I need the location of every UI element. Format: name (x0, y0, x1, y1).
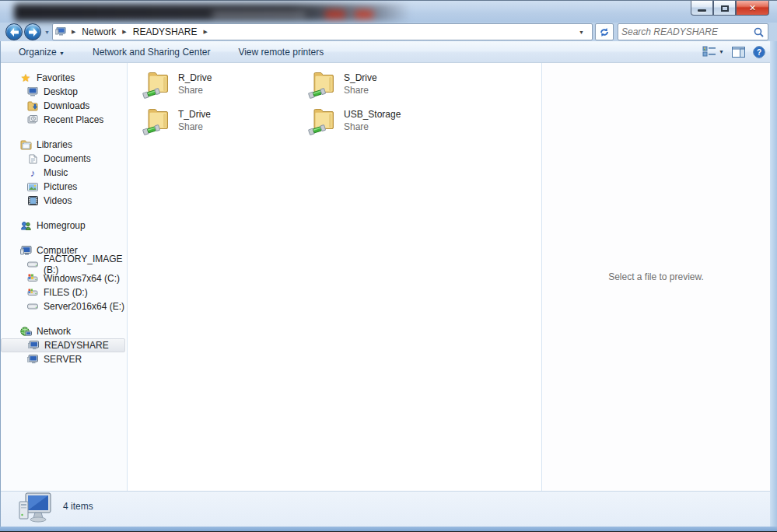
search-input[interactable] (618, 26, 752, 37)
downloads-icon (26, 100, 39, 112)
sidebar-item-homegroup[interactable]: Homegroup (1, 219, 127, 233)
sidebar-label: SERVER (44, 354, 82, 365)
sidebar-item-drive-c[interactable]: Windows7x64 (C:) (1, 271, 127, 285)
maximize-icon (721, 5, 729, 12)
main-area: ★ Favorites Desktop Downloads (1, 63, 770, 491)
preview-empty-message: Select a file to preview. (608, 271, 704, 282)
network-computer-icon (27, 339, 40, 352)
preview-pane-toggle[interactable] (732, 47, 745, 58)
view-remote-printers-button[interactable]: View remote printers (229, 43, 332, 61)
breadcrumb-readyshare[interactable]: READYSHARE (131, 26, 199, 38)
sidebar-label: READYSHARE (44, 340, 109, 351)
help-button[interactable]: ? (753, 46, 765, 58)
sidebar-label: Windows7x64 (C:) (44, 273, 120, 284)
sidebar-label: FACTORY_IMAGE (B:) (44, 254, 127, 275)
navigation-pane: ★ Favorites Desktop Downloads (1, 63, 128, 491)
computer-icon (19, 244, 32, 257)
star-icon: ★ (19, 72, 32, 84)
window-frame-bottom (0, 527, 777, 532)
item-count: 4 items (63, 501, 93, 512)
recent-places-icon (26, 114, 39, 126)
sidebar-item-music[interactable]: ♪ Music (1, 166, 127, 180)
shared-folder-icon (142, 68, 173, 99)
pictures-icon (26, 180, 39, 193)
details-pane: 4 items (1, 491, 770, 527)
file-detail: Share (178, 85, 212, 96)
minimize-icon (698, 9, 706, 12)
computer-section: Computer FACTORY_IMAGE (B:) Windows7x64 … (1, 243, 127, 313)
network-section: Network READYSHARE SERVER (1, 324, 127, 366)
maximize-button[interactable] (713, 1, 736, 16)
sidebar-item-network[interactable]: Network (1, 324, 127, 338)
sidebar-item-pictures[interactable]: Pictures (1, 180, 127, 194)
sidebar-label: Homegroup (37, 220, 86, 231)
network-sharing-center-button[interactable]: Network and Sharing Center (84, 43, 219, 61)
back-button[interactable] (5, 23, 23, 40)
sidebar-label: Network (37, 326, 71, 337)
close-button[interactable]: ✕ (736, 1, 769, 16)
redacted-title-blur (14, 4, 411, 21)
file-tile-t-drive[interactable]: T_Drive Share (142, 104, 308, 141)
sidebar-item-favorites[interactable]: ★ Favorites (1, 71, 127, 85)
views-icon (702, 46, 716, 58)
title-bar[interactable]: ✕ (0, 1, 777, 23)
file-name: T_Drive (178, 109, 211, 120)
refresh-icon (599, 27, 610, 37)
music-icon: ♪ (26, 166, 39, 179)
organize-button[interactable]: Organize ▼ (10, 43, 73, 61)
file-tile-r-drive[interactable]: R_Drive Share (142, 68, 308, 104)
sidebar-item-drive-e[interactable]: Server2016x64 (E:) (1, 299, 127, 313)
sidebar-item-downloads[interactable]: Downloads (1, 99, 127, 113)
breadcrumb-network[interactable]: Network (80, 26, 117, 38)
file-name: S_Drive (344, 72, 377, 83)
sidebar-item-videos[interactable]: Videos (1, 194, 127, 208)
refresh-button[interactable] (595, 23, 614, 40)
sidebar-item-recent-places[interactable]: Recent Places (1, 113, 127, 127)
sidebar-item-drive-d[interactable]: FILES (D:) (1, 285, 127, 299)
window-frame-left (0, 41, 1, 527)
shared-folder-icon (308, 68, 339, 99)
sidebar-item-libraries[interactable]: Libraries (1, 138, 127, 152)
file-list[interactable]: R_Drive Share (128, 63, 542, 491)
redacted-blob (212, 12, 306, 18)
sidebar-item-server[interactable]: SERVER (1, 352, 127, 366)
address-dropdown-arrow[interactable]: ▼ (572, 30, 590, 35)
sidebar-item-documents[interactable]: Documents (1, 152, 127, 166)
breadcrumb-chevron-icon[interactable]: ▶ (117, 29, 131, 35)
window-frame-right (770, 41, 777, 527)
recent-pages-dropdown[interactable]: ▼ (44, 30, 50, 35)
file-name: R_Drive (178, 72, 212, 83)
sidebar-item-desktop[interactable]: Desktop (1, 85, 127, 99)
sidebar-label: Server2016x64 (E:) (44, 301, 124, 312)
favorites-section: ★ Favorites Desktop Downloads (1, 71, 127, 127)
forward-button[interactable] (24, 23, 41, 40)
file-detail: Share (344, 85, 377, 96)
sidebar-label: Favorites (37, 72, 75, 83)
breadcrumb: ▶ Network ▶ READYSHARE ▶ (67, 26, 572, 38)
system-drive-icon (26, 272, 39, 285)
shared-folder-icon (308, 104, 339, 135)
search-icon[interactable] (752, 26, 765, 38)
network-location-icon (54, 26, 67, 38)
minimize-button[interactable] (691, 1, 713, 16)
change-view-button[interactable]: ▼ (702, 46, 724, 58)
desktop-icon (26, 86, 39, 98)
sidebar-label: Videos (44, 195, 72, 206)
libraries-section: Libraries Documents ♪ Music Pictures (1, 138, 127, 208)
sidebar-label: FILES (D:) (44, 287, 88, 298)
breadcrumb-chevron-icon[interactable]: ▶ (67, 29, 80, 35)
file-tile-usb-storage[interactable]: USB_Storage Share (308, 104, 474, 141)
redacted-blob (355, 10, 373, 19)
address-row: ▼ ▶ Network ▶ READYSHARE ▶ ▼ (0, 23, 777, 41)
system-drive-icon (26, 286, 39, 299)
file-tile-s-drive[interactable]: S_Drive Share (308, 68, 474, 104)
sidebar-label: Music (44, 167, 68, 178)
sidebar-label: Documents (44, 153, 91, 164)
sidebar-label: Desktop (44, 86, 78, 97)
breadcrumb-chevron-icon[interactable]: ▶ (198, 29, 212, 35)
address-bar[interactable]: ▶ Network ▶ READYSHARE ▶ ▼ (52, 23, 593, 40)
forward-arrow-icon (28, 28, 38, 37)
drive-icon (26, 258, 39, 271)
sidebar-item-readyshare[interactable]: READYSHARE (1, 338, 125, 352)
sidebar-item-drive-b[interactable]: FACTORY_IMAGE (B:) (1, 257, 127, 271)
